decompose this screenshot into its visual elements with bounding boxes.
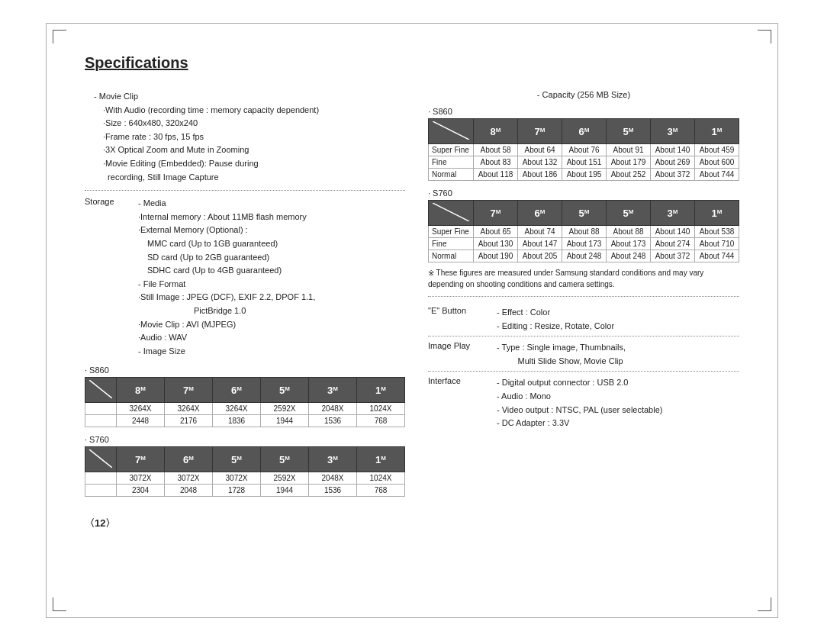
- right-s760-h3: 5M: [562, 201, 607, 226]
- table-row: 3072X 3072X 3072X 2592X 2048X 1024X: [85, 472, 405, 485]
- svg-line-2: [433, 121, 469, 140]
- left-s760-h4: 5M: [261, 447, 309, 472]
- right-s860-f6: About 600: [695, 156, 739, 169]
- left-s760-h3: 5M: [213, 447, 261, 472]
- left-s860-r2c3: 1836: [213, 415, 261, 427]
- right-s860-n2: About 186: [518, 169, 562, 181]
- image-play-line1: - Type : Single image, Thumbnails,: [497, 341, 739, 355]
- table-row: 3264X 3264X 3264X 2592X 2048X 1024X: [85, 403, 405, 415]
- left-s760-r1c3: 3072X: [213, 472, 261, 485]
- left-s860-r2c0: [85, 415, 117, 427]
- svg-line-1: [89, 449, 112, 468]
- interface-row: Interface - Digital output connector : U…: [428, 373, 739, 433]
- table-row: Fine About 83 About 132 About 151 About …: [429, 156, 739, 169]
- note-text: ※ These figures are measured under Samsu…: [428, 267, 739, 290]
- movie-framerate: ·Frame rate : 30 fps, 15 fps: [103, 130, 405, 144]
- diagonal-icon: [89, 449, 112, 468]
- right-s760-f1: About 130: [474, 238, 518, 250]
- left-s760-r2c2: 2048: [165, 485, 213, 497]
- movie-with-audio: ·With Audio (recording time : memory cap…: [103, 104, 405, 118]
- right-s860-f4: About 179: [607, 156, 651, 169]
- table-row: 2304 2048 1728 1944 1536 768: [85, 485, 405, 497]
- main-content: - Movie Clip ·With Audio (recording time…: [85, 90, 739, 501]
- left-s760-h5: 3M: [309, 447, 357, 472]
- file-format: - File Format: [138, 278, 405, 291]
- right-s860-diag-header: [429, 119, 474, 144]
- left-s760-r1c2: 3072X: [165, 472, 213, 485]
- left-s860-r2c6: 768: [357, 415, 405, 427]
- movie-clip-header: - Movie Clip: [94, 90, 405, 104]
- corner-tl: [53, 30, 66, 43]
- right-s860-n1: About 118: [474, 169, 518, 181]
- image-size: - Image Size: [138, 345, 405, 359]
- left-s860-h3: 6M: [213, 378, 261, 403]
- left-s760-r1c5: 2048X: [309, 472, 357, 485]
- interface-line3: - Video output : NTSC, PAL (user selecta…: [497, 404, 739, 417]
- left-s760-r2c4: 1944: [261, 485, 309, 497]
- table-row: Super Fine About 65 About 74 About 88 Ab…: [429, 226, 739, 238]
- left-s860-r1c0: [85, 403, 117, 415]
- table-row: Normal About 118 About 186 About 195 Abo…: [429, 169, 739, 181]
- storage-row: Storage - Media ·Internal memory : About…: [85, 197, 405, 358]
- page-number: 〈12〉: [85, 517, 739, 530]
- left-s860-r1c1: 3264X: [117, 403, 165, 415]
- divider1: [85, 190, 405, 191]
- left-s760-r2c1: 2304: [117, 485, 165, 497]
- left-s760-r2c0: [85, 485, 117, 497]
- e-button-label: "E" Button: [428, 306, 497, 333]
- diagonal-icon: [433, 121, 469, 140]
- left-s760-table: 7M 6M 5M 5M 3M 1M 3072X 3072X 3072X 259: [85, 446, 405, 497]
- left-s760-h6: 1M: [357, 447, 405, 472]
- right-s860-h2: 7M: [518, 119, 562, 144]
- page-title: Specifications: [85, 54, 739, 76]
- left-s860-r2c5: 1536: [309, 415, 357, 427]
- left-s760-r1c0: [85, 472, 117, 485]
- left-s860-h4: 5M: [261, 378, 309, 403]
- left-s760-r2c3: 1728: [213, 485, 261, 497]
- right-s760-n5: About 372: [651, 250, 695, 262]
- left-s860-h5: 3M: [309, 378, 357, 403]
- movie-avi: ·Movie Clip : AVI (MJPEG): [138, 318, 405, 332]
- left-s760-label: · S760: [85, 435, 405, 444]
- right-s860-h5: 3M: [651, 119, 695, 144]
- svg-line-3: [433, 203, 469, 221]
- right-s760-normal-label: Normal: [429, 250, 474, 262]
- right-s760-h2: 6M: [518, 201, 562, 226]
- right-s760-h5: 3M: [651, 201, 695, 226]
- e-button-line2: - Editing : Resize, Rotate, Color: [497, 320, 739, 333]
- left-s860-r2c2: 2176: [165, 415, 213, 427]
- e-button-line1: - Effect : Color: [497, 306, 739, 320]
- left-s760-r2c5: 1536: [309, 485, 357, 497]
- right-s760-superfine-label: Super Fine: [429, 226, 474, 238]
- right-s760-f6: About 710: [695, 238, 739, 250]
- interface-line1: - Digital output connector : USB 2.0: [497, 376, 739, 390]
- corner-tr: [758, 30, 771, 43]
- right-s860-n3: About 195: [562, 169, 607, 181]
- right-s760-sf6: About 538: [695, 226, 739, 238]
- right-s760-sf1: About 65: [474, 226, 518, 238]
- right-s860-fine-label: Fine: [429, 156, 474, 169]
- e-button-content: - Effect : Color - Editing : Resize, Rot…: [497, 306, 739, 333]
- right-s860-table: 8M 7M 6M 5M 3M 1M Super Fine About 58 Ab…: [428, 118, 739, 181]
- storage-sdhc: SDHC card (Up to 4GB guaranteed): [147, 264, 405, 278]
- still-image: ·Still Image : JPEG (DCF), EXIF 2.2, DPO…: [138, 291, 405, 304]
- left-s760-r2c6: 768: [357, 485, 405, 497]
- left-s860-table: 8M 7M 6M 5M 3M 1M 3264X 3264X 3264X 259: [85, 377, 405, 427]
- storage-sd: SD card (Up to 2GB guaranteed): [147, 251, 405, 265]
- right-s860-n4: About 252: [607, 169, 651, 181]
- right-s760-f2: About 147: [518, 238, 562, 250]
- left-s760-h1: 7M: [117, 447, 165, 472]
- right-s860-sf3: About 76: [562, 144, 607, 156]
- storage-media: - Media: [138, 197, 405, 211]
- movie-clip-block: - Movie Clip ·With Audio (recording time…: [85, 90, 405, 184]
- right-s760-n6: About 744: [695, 250, 739, 262]
- right-s860-h1: 8M: [474, 119, 518, 144]
- right-column: - Capacity (256 MB Size) · S860 8M 7M 6M: [428, 90, 739, 501]
- corner-br: [758, 597, 771, 611]
- interface-line4: - DC Adapter : 3.3V: [497, 417, 739, 430]
- e-button-row: "E" Button - Effect : Color - Editing : …: [428, 303, 739, 336]
- right-s860-sf2: About 64: [518, 144, 562, 156]
- movie-size: ·Size : 640x480, 320x240: [103, 117, 405, 130]
- right-s860-h6: 1M: [695, 119, 739, 144]
- table-row: Super Fine About 58 About 64 About 76 Ab…: [429, 144, 739, 156]
